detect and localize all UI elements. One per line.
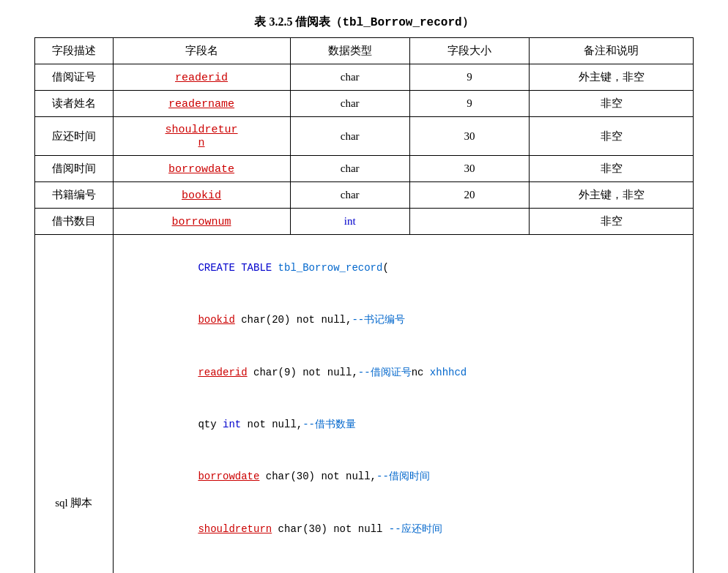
- table-row: 借阅证号 readerid char 9 外主键，非空: [35, 64, 694, 91]
- table-row: 应还时间 shouldreturn char 30 非空: [35, 117, 694, 156]
- row1-datatype: char: [290, 64, 409, 91]
- row1-fieldname: readerid: [113, 64, 290, 91]
- main-container: 表 3.2.5 借阅表（tbl_Borrow_record） 字段描述 字段名 …: [34, 15, 694, 573]
- header-note: 备注和说明: [530, 38, 694, 64]
- row6-datatype: int: [290, 209, 409, 235]
- table-row: 借阅时间 borrowdate char 30 非空: [35, 156, 694, 182]
- row1-size: 9: [409, 64, 529, 91]
- row2-size: 9: [409, 91, 529, 117]
- bookid-col: bookid: [198, 314, 234, 326]
- row1-fieldname-text: readerid: [175, 72, 228, 84]
- row5-fieldname-text: bookid: [182, 190, 221, 202]
- table-title: 表 3.2.5 借阅表（tbl_Borrow_record）: [34, 15, 694, 30]
- row6-desc: 借书数目: [35, 209, 114, 235]
- data-table: 字段描述 字段名 数据类型 字段大小 备注和说明 借阅证号 readerid c…: [34, 37, 694, 573]
- table-row: 读者姓名 readername char 9 非空: [35, 91, 694, 117]
- borrowdate-col: borrowdate: [198, 471, 259, 482]
- row2-note: 非空: [530, 91, 694, 117]
- header-desc: 字段描述: [35, 38, 114, 64]
- row4-note: 非空: [530, 156, 694, 182]
- header-fieldname: 字段名: [113, 38, 290, 64]
- header-size: 字段大小: [409, 38, 529, 64]
- comment4: --借阅时间: [376, 471, 430, 482]
- row5-fieldname: bookid: [113, 182, 290, 209]
- sql-label-cell: sql 脚本: [35, 235, 114, 574]
- xhhhcd-text: xhhhcd: [430, 367, 467, 378]
- sql-line7: foreign key(bookid) references tbl_Syste…: [125, 555, 682, 573]
- title-table-name: tbl_Borrow_record: [342, 16, 461, 29]
- row6-size: [409, 209, 529, 235]
- create-kw: CREATE TABLE: [198, 262, 278, 274]
- sql-row: sql 脚本 CREATE TABLE tbl_Borrow_record( b…: [35, 235, 694, 574]
- title-prefix: 表 3.2.5 借阅表（: [254, 15, 342, 28]
- row2-datatype: char: [290, 91, 409, 117]
- row1-note: 外主键，非空: [530, 64, 694, 91]
- comment1: --书记编号: [352, 314, 405, 326]
- row2-fieldname: readername: [113, 91, 290, 117]
- shouldreturn-col: shouldreturn: [198, 523, 272, 535]
- row2-fieldname-text: readername: [168, 98, 234, 111]
- row6-fieldname-text: borrownum: [172, 216, 231, 228]
- header-datatype: 数据类型: [290, 38, 409, 64]
- row6-fieldname: borrownum: [113, 209, 290, 235]
- row5-desc: 书籍编号: [35, 182, 114, 209]
- sql-line5: borrowdate char(30) not null,--借阅时间: [125, 452, 682, 503]
- row4-size: 30: [409, 156, 529, 182]
- sql-line2: bookid char(20) not null,--书记编号: [125, 294, 682, 346]
- row4-fieldname-text: borrowdate: [168, 163, 234, 176]
- comment5: --应还时间: [389, 523, 442, 535]
- row2-desc: 读者姓名: [35, 91, 114, 117]
- sql-line3: readerid char(9) not null,--借阅证号nc xhhhc…: [125, 347, 682, 399]
- row3-desc: 应还时间: [35, 117, 114, 156]
- tbl-name: tbl_Borrow_record: [278, 262, 383, 274]
- row3-datatype: char: [290, 117, 409, 156]
- sql-line4: qty int not null,--借书数量: [125, 399, 682, 451]
- sql-line1: CREATE TABLE tbl_Borrow_record(: [125, 242, 682, 294]
- row3-fieldname: shouldreturn: [113, 117, 290, 156]
- row4-datatype: char: [290, 156, 409, 182]
- comment2: --借阅证号: [358, 367, 412, 378]
- comment3: --借书数量: [302, 419, 356, 430]
- row3-fieldname-text: shouldreturn: [166, 124, 238, 149]
- row1-desc: 借阅证号: [35, 64, 114, 91]
- row6-datatype-text: int: [344, 215, 356, 227]
- row4-desc: 借阅时间: [35, 156, 114, 182]
- sql-content-cell: CREATE TABLE tbl_Borrow_record( bookid c…: [113, 235, 693, 574]
- row6-note: 非空: [530, 209, 694, 235]
- table-row: 书籍编号 bookid char 20 外主键，非空: [35, 182, 694, 209]
- row5-datatype: char: [290, 182, 409, 209]
- sql-line6: shouldreturn char(30) not null --应还时间: [125, 503, 682, 555]
- row5-note: 外主键，非空: [530, 182, 694, 209]
- row3-note: 非空: [530, 117, 694, 156]
- title-suffix: ）: [462, 15, 474, 28]
- row3-size: 30: [409, 117, 529, 156]
- readerid-col: readerid: [198, 367, 247, 378]
- row4-fieldname: borrowdate: [113, 156, 290, 182]
- int-kw: int: [223, 419, 241, 430]
- header-row: 字段描述 字段名 数据类型 字段大小 备注和说明: [35, 38, 694, 64]
- sql-label-text: sql 脚本: [55, 497, 92, 509]
- row5-size: 20: [409, 182, 529, 209]
- table-row: 借书数目 borrownum int 非空: [35, 209, 694, 235]
